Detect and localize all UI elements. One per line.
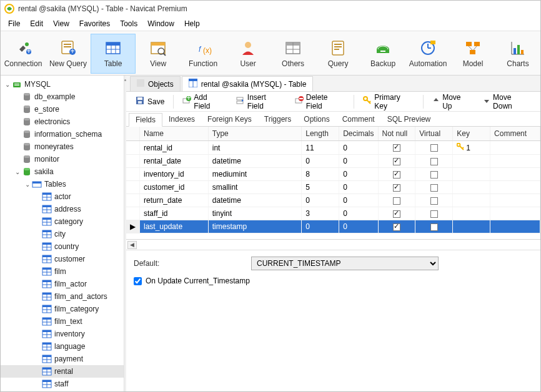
cell-type[interactable]: datetime (208, 155, 301, 168)
primary-key-button[interactable]: Primary Key (358, 91, 419, 112)
field-row-inventory_id[interactable]: inventory_idmediumint80 (126, 168, 540, 181)
cell-comment[interactable] (490, 194, 540, 207)
cell-key[interactable] (453, 168, 490, 181)
cell-decimals[interactable]: 0 (339, 168, 378, 181)
cell-decimals[interactable]: 0 (339, 181, 378, 194)
cell-length[interactable]: 0 (302, 155, 339, 168)
menu-favorites[interactable]: Favorites (74, 18, 115, 29)
cell-key[interactable] (453, 155, 490, 168)
tree-table-film[interactable]: film (1, 265, 124, 278)
field-row-rental_date[interactable]: rental_datedatetime00 (126, 155, 540, 168)
tree-table-inventory[interactable]: inventory (1, 328, 124, 340)
cell-type[interactable]: smallint (208, 181, 301, 194)
column-header-key[interactable]: Key (453, 127, 490, 141)
menu-view[interactable]: View (48, 18, 74, 29)
tool-automation[interactable]: Automation (405, 34, 450, 74)
tree-table-customer[interactable]: customer (1, 253, 124, 265)
column-header-decimals[interactable]: Decimals (339, 127, 378, 141)
menu-tools[interactable]: Tools (115, 18, 142, 29)
delete-field-button[interactable]: Delete Field (290, 91, 350, 112)
horizontal-scrollbar[interactable]: ◀ (126, 239, 540, 250)
cell-key[interactable]: 1 (453, 141, 490, 155)
virtual-checkbox[interactable] (430, 223, 438, 231)
cell-name[interactable]: customer_id (140, 181, 209, 194)
menu-edit[interactable]: Edit (25, 18, 48, 29)
notnull-checkbox[interactable] (393, 144, 400, 152)
move-down-button[interactable]: Move Down (478, 91, 537, 112)
tree-table-film_actor[interactable]: film_actor (1, 278, 124, 290)
cell-key[interactable] (453, 220, 490, 233)
tree-db-information_schema[interactable]: information_schema (1, 128, 124, 140)
cell-length[interactable]: 0 (302, 220, 339, 233)
default-select[interactable]: CURRENT_TIMESTAMP (251, 257, 439, 270)
cell-type[interactable]: mediumint (208, 168, 301, 181)
tree-table-country[interactable]: country (1, 240, 124, 253)
cell-name[interactable]: rental_date (140, 155, 209, 168)
column-header-comment[interactable]: Comment (490, 127, 540, 141)
on-update-checkbox[interactable] (134, 277, 142, 285)
tree-db-e_store[interactable]: e_store (1, 103, 124, 115)
tool-model[interactable]: Model (450, 34, 495, 74)
cell-name[interactable]: last_update (140, 220, 209, 233)
cell-type[interactable]: tinyint (208, 207, 301, 220)
tree-table-actor[interactable]: actor (1, 190, 124, 203)
cell-decimals[interactable]: 0 (339, 141, 378, 155)
cell-decimals[interactable]: 0 (339, 155, 378, 168)
tool-table[interactable]: Table (91, 34, 136, 74)
tool-connection[interactable]: + Connection (1, 34, 46, 74)
tool-user[interactable]: User (226, 34, 270, 74)
tree-tables-node[interactable]: ⌄Tables (1, 178, 124, 190)
cell-comment[interactable] (490, 155, 540, 168)
fields-grid[interactable]: NameTypeLengthDecimalsNot nullVirtualKey… (126, 127, 540, 239)
tool-query[interactable]: Query (315, 34, 360, 74)
cell-comment[interactable] (490, 141, 540, 155)
virtual-checkbox[interactable] (430, 144, 438, 152)
cell-name[interactable]: staff_id (140, 207, 209, 220)
menu-help[interactable]: Help (179, 18, 205, 29)
tool-others[interactable]: Others (270, 34, 315, 74)
tree-db-monitor[interactable]: monitor (1, 153, 124, 165)
cell-length[interactable]: 8 (302, 168, 339, 181)
tool-backup[interactable]: Backup (360, 34, 405, 74)
cell-key[interactable] (453, 181, 490, 194)
cell-decimals[interactable]: 0 (339, 194, 378, 207)
field-row-customer_id[interactable]: customer_idsmallint50 (126, 181, 540, 194)
cell-type[interactable]: timestamp (208, 220, 301, 233)
subtab-fields[interactable]: Fields (129, 113, 162, 127)
connection-tree[interactable]: ⌄MYSQLdb_examplee_storeelectronicsinform… (1, 76, 124, 391)
cell-key[interactable] (453, 194, 490, 207)
cell-comment[interactable] (490, 168, 540, 181)
virtual-checkbox[interactable] (430, 184, 438, 192)
save-button[interactable]: Save (130, 94, 169, 109)
tree-db-moneyrates[interactable]: moneyrates (1, 140, 124, 153)
notnull-checkbox[interactable] (393, 184, 400, 192)
field-row-return_date[interactable]: return_datedatetime00 (126, 194, 540, 207)
tree-table-city[interactable]: city (1, 228, 124, 240)
notnull-checkbox[interactable] (393, 197, 400, 205)
tree-table-film_category[interactable]: film_category (1, 303, 124, 315)
tool-new-query[interactable]: + New Query (46, 34, 91, 74)
column-header-virtual[interactable]: Virtual (415, 127, 453, 141)
tree-table-category[interactable]: category (1, 215, 124, 228)
cell-type[interactable]: datetime (208, 194, 301, 207)
cell-name[interactable]: rental_id (140, 141, 209, 155)
field-row-last_update[interactable]: ▶last_updatetimestamp00 (126, 220, 540, 233)
notnull-checkbox[interactable] (393, 158, 400, 165)
menu-file[interactable]: File (3, 18, 25, 29)
column-header-name[interactable]: Name (140, 127, 209, 141)
cell-name[interactable]: inventory_id (140, 168, 209, 181)
virtual-checkbox[interactable] (430, 158, 438, 165)
subtab-triggers[interactable]: Triggers (258, 113, 298, 125)
tool-view[interactable]: View (136, 34, 181, 74)
virtual-checkbox[interactable] (430, 197, 438, 205)
cell-comment[interactable] (490, 220, 540, 233)
tool-function[interactable]: f(x) Function (181, 34, 226, 74)
notnull-checkbox[interactable] (393, 223, 400, 231)
tree-table-payment[interactable]: payment (1, 353, 124, 365)
insert-field-button[interactable]: Insert Field (231, 91, 289, 112)
on-update-label[interactable]: On Update Current_Timestamp (146, 277, 250, 285)
cell-comment[interactable] (490, 181, 540, 194)
cell-comment[interactable] (490, 207, 540, 220)
scroll-left-icon[interactable]: ◀ (127, 241, 137, 249)
column-header-type[interactable]: Type (208, 127, 301, 141)
